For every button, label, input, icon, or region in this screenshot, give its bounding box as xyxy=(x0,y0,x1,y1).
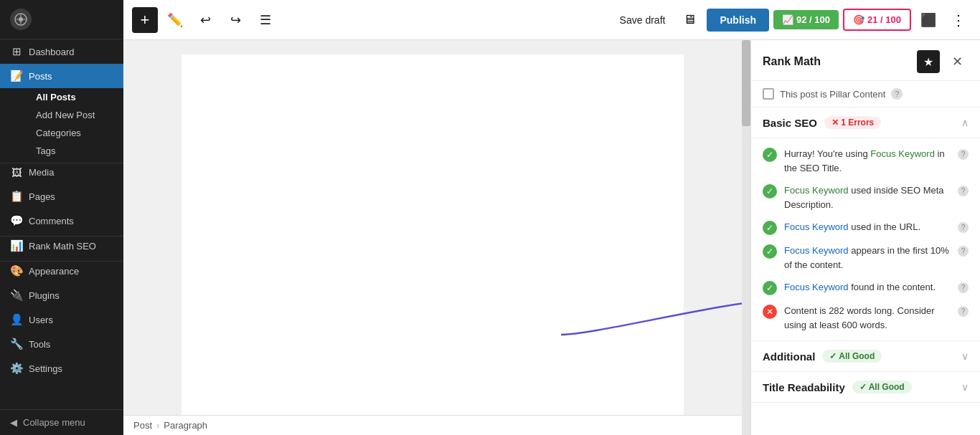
pillar-label: This post is Pillar Content xyxy=(780,89,885,100)
panel-scroll-content: This post is Pillar Content ? Basic SEO … xyxy=(751,81,980,435)
section-basic-seo[interactable]: Basic SEO ✕ 1 Errors ∧ xyxy=(751,107,980,138)
seo-score-label: 92 / 100 xyxy=(796,14,830,25)
pillar-help-icon[interactable]: ? xyxy=(891,88,903,100)
readability-score-button[interactable]: 🎯 21 / 100 xyxy=(843,9,911,31)
editor-page[interactable] xyxy=(182,54,684,421)
sidebar-item-tools[interactable]: 🔧 Tools xyxy=(0,332,123,356)
rankmath-icon: 📊 xyxy=(10,239,23,252)
sidebar-item-media[interactable]: 🖼 Media xyxy=(0,163,123,184)
close-icon: ✕ xyxy=(952,54,963,70)
ellipsis-icon: ⋮ xyxy=(951,11,966,29)
main-area: + ✏️ ↩ ↪ ☰ Save draft 🖥 Publish 📈 92 / 1… xyxy=(123,0,980,435)
pages-icon: 📋 xyxy=(10,190,23,203)
editor-scrollbar-thumb[interactable] xyxy=(742,40,750,126)
sidebar: ⊞ Dashboard 📝 Posts All Posts Add New Po… xyxy=(0,0,123,435)
check-text: Focus Keyword used in the URL. xyxy=(784,220,951,234)
list-view-button[interactable]: ☰ xyxy=(253,7,278,33)
users-icon: 👤 xyxy=(10,313,23,326)
preview-button[interactable]: 🖥 xyxy=(677,7,702,33)
check-item: ✕ Content is 282 words long. Consider us… xyxy=(763,304,969,332)
sidebar-item-comments[interactable]: 💬 Comments xyxy=(0,209,123,233)
toolbar: + ✏️ ↩ ↪ ☰ Save draft 🖥 Publish 📈 92 / 1… xyxy=(123,0,980,40)
sidebar-item-label: Pages xyxy=(29,191,55,202)
editor-scrollbar[interactable] xyxy=(742,40,750,435)
sidebar-item-dashboard[interactable]: ⊞ Dashboard xyxy=(0,39,123,64)
panel-star-button[interactable]: ★ xyxy=(917,50,940,73)
sidebar-item-label: Plugins xyxy=(29,290,60,301)
more-options-button[interactable]: ⋮ xyxy=(946,7,971,33)
posts-icon: 📝 xyxy=(10,70,23,82)
sidebar-item-rankmath[interactable]: 📊 Rank Math SEO xyxy=(0,236,123,258)
check-help-icon[interactable]: ? xyxy=(958,246,969,257)
layout-button[interactable]: ⬛ xyxy=(915,7,941,33)
check-text: Focus Keyword used inside SEO Meta Descr… xyxy=(784,183,951,211)
check-text: Focus Keyword appears in the first 10% o… xyxy=(784,244,951,272)
sidebar-item-posts[interactable]: 📝 Posts xyxy=(0,64,123,88)
trend-up-icon: 📈 xyxy=(782,14,793,25)
sidebar-header[interactable] xyxy=(0,0,123,39)
collapse-label: Collapse menu xyxy=(23,417,85,428)
redo-icon: ↪ xyxy=(230,12,241,28)
comments-icon: 💬 xyxy=(10,214,23,227)
star-icon: ★ xyxy=(923,55,933,69)
layout-icon: ⬛ xyxy=(920,12,936,28)
sidebar-sub-all-posts[interactable]: All Posts xyxy=(26,88,123,106)
sidebar-item-users[interactable]: 👤 Users xyxy=(0,307,123,332)
sidebar-item-plugins[interactable]: 🔌 Plugins xyxy=(0,283,123,307)
pillar-checkbox[interactable] xyxy=(763,88,774,100)
svg-point-1 xyxy=(19,17,23,21)
sidebar-item-label: Comments xyxy=(29,216,74,226)
check-good-icon: ✓ xyxy=(763,244,777,259)
check-item: ✓ Focus Keyword used in the URL. ? xyxy=(763,220,969,235)
breadcrumb-paragraph: Paragraph xyxy=(164,420,207,431)
sidebar-item-appearance[interactable]: 🎨 Appearance xyxy=(0,261,123,283)
check-help-icon[interactable]: ? xyxy=(958,306,969,317)
panel-close-button[interactable]: ✕ xyxy=(946,50,969,73)
media-icon: 🖼 xyxy=(10,166,23,178)
edit-tools-button[interactable]: ✏️ xyxy=(162,7,188,33)
check-item: ✓ Hurray! You're using Focus Keyword in … xyxy=(763,147,969,175)
panel-header: Rank Math ★ ✕ xyxy=(751,40,980,81)
section-additional[interactable]: Additional ✓ All Good ∨ xyxy=(751,341,980,372)
add-block-button[interactable]: + xyxy=(132,7,158,33)
seo-score-button[interactable]: 📈 92 / 100 xyxy=(773,10,839,29)
check-good-icon: ✓ xyxy=(763,148,777,162)
redo-button[interactable]: ↪ xyxy=(222,7,248,33)
tools-icon: 🔧 xyxy=(10,338,23,350)
check-help-icon[interactable]: ? xyxy=(958,282,969,293)
check-help-icon[interactable]: ? xyxy=(958,186,969,196)
check-help-icon[interactable]: ? xyxy=(958,222,969,233)
check-help-icon[interactable]: ? xyxy=(958,149,969,160)
additional-badge: ✓ All Good xyxy=(822,350,882,363)
section-title-readability[interactable]: Title Readability ✓ All Good ∨ xyxy=(751,372,980,403)
panel-title: Rank Math xyxy=(763,55,911,68)
publish-button[interactable]: Publish xyxy=(707,9,769,32)
check-good-icon: ✓ xyxy=(763,221,777,235)
posts-submenu: All Posts Add New Post Categories Tags xyxy=(0,88,123,160)
readability-score-label: 21 / 100 xyxy=(867,14,901,25)
check-item: ✓ Focus Keyword found in the content. ? xyxy=(763,280,969,295)
editor-canvas[interactable]: Post › Paragraph xyxy=(123,40,742,435)
undo-button[interactable]: ↩ xyxy=(192,7,218,33)
save-draft-button[interactable]: Save draft xyxy=(613,10,673,30)
breadcrumb-post[interactable]: Post xyxy=(133,420,152,431)
check-item: ✓ Focus Keyword used inside SEO Meta Des… xyxy=(763,183,969,211)
sidebar-item-settings[interactable]: ⚙️ Settings xyxy=(0,356,123,381)
undo-icon: ↩ xyxy=(200,12,211,28)
collapse-menu-button[interactable]: ◀ Collapse menu xyxy=(0,409,123,435)
sidebar-sub-categories[interactable]: Categories xyxy=(26,124,123,142)
sidebar-item-label: Dashboard xyxy=(29,47,75,57)
section-title-readability-label: Title Readability xyxy=(763,381,845,393)
basic-seo-badge: ✕ 1 Errors xyxy=(824,116,881,129)
sidebar-sub-tags[interactable]: Tags xyxy=(26,142,123,160)
check-text: Hurray! You're using Focus Keyword in th… xyxy=(784,147,951,175)
sidebar-sub-add-new[interactable]: Add New Post xyxy=(26,106,123,124)
sidebar-item-pages[interactable]: 📋 Pages xyxy=(0,184,123,209)
wp-logo-icon xyxy=(10,9,32,30)
check-bad-icon: ✕ xyxy=(763,305,777,319)
check-text: Content is 282 words long. Consider usin… xyxy=(784,304,951,332)
check-good-icon: ✓ xyxy=(763,184,777,199)
plus-icon: + xyxy=(141,11,150,29)
collapse-icon: ◀ xyxy=(10,417,17,428)
section-chevron-additional: ∨ xyxy=(961,350,969,362)
